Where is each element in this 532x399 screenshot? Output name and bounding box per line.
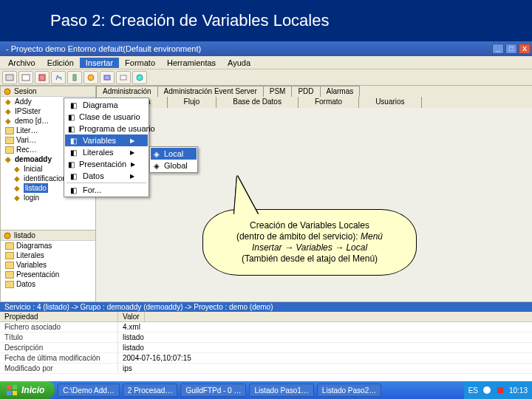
propgrid-col-value: Valor: [118, 312, 145, 321]
svg-rect-11: [13, 385, 17, 389]
tray-lang[interactable]: ES: [468, 386, 478, 395]
slide-title: Paso 2: Creación de Variables Locales: [50, 11, 329, 30]
minimize-button[interactable]: _: [492, 44, 504, 54]
svg-rect-0: [6, 75, 13, 81]
node-icon: ◆: [14, 164, 21, 174]
cog-icon: [4, 88, 11, 95]
toolbar-button[interactable]: [83, 71, 98, 84]
taskbar-item[interactable]: 2 Procesad…: [123, 383, 178, 397]
property-value: listado: [118, 343, 149, 352]
svg-rect-2: [39, 75, 45, 81]
windows-logo-icon: [6, 384, 18, 396]
propgrid-heading: Servicio : 4 (listado) -> Grupo : demoad…: [0, 302, 532, 312]
property-value: 4.xml: [118, 322, 145, 332]
menu-item-presentaci-n[interactable]: ◧Presentación▶: [65, 158, 148, 170]
menu-item-datos[interactable]: ◧Datos▶: [65, 170, 148, 182]
var-icon: ◧: [68, 137, 78, 145]
callout-line: Insertar → Variables → Local: [216, 242, 403, 253]
taskbar-item[interactable]: Listado Paso1…: [249, 383, 313, 397]
folder-icon: [5, 242, 14, 250]
for-icon: ◧: [68, 186, 78, 194]
toolbar-button[interactable]: [51, 71, 66, 84]
property-key: Fichero asociado: [0, 322, 118, 332]
svg-rect-3: [73, 75, 76, 81]
menu-item-programa-de-usuario[interactable]: ◧Programa de usuario: [65, 123, 148, 134]
property-key: Título: [0, 332, 118, 342]
svg-rect-12: [7, 391, 11, 395]
folder-icon: [5, 262, 14, 269]
folder-icon: [5, 146, 14, 154]
tray-icon[interactable]: [482, 386, 491, 395]
node-icon: ◆: [14, 183, 21, 193]
tree-item[interactable]: Diagramas: [1, 241, 95, 250]
toolbar-button[interactable]: [67, 71, 82, 84]
insert-menu-dropdown: ◧Diagrama◧Clase de usuario◧Programa de u…: [64, 98, 149, 197]
taskbar-item[interactable]: Listado Paso2…: [317, 383, 381, 397]
toolbar-button[interactable]: [100, 71, 115, 84]
svg-point-4: [88, 75, 94, 81]
app-window: - Proyecto demo Entorno default(Default …: [0, 41, 532, 381]
toolbar-button[interactable]: [35, 71, 50, 84]
svg-point-7: [137, 75, 143, 81]
menu-edicion[interactable]: Edición: [41, 58, 80, 68]
cog-icon: [4, 232, 11, 239]
property-key: Descripción: [0, 343, 118, 352]
tray-icon[interactable]: [496, 386, 505, 395]
start-button[interactable]: Inicio: [0, 381, 55, 399]
lit-icon: ◧: [68, 149, 78, 157]
program-icon: ◧: [68, 125, 75, 133]
menu-item-variables[interactable]: ◧Variables▶: [65, 134, 148, 146]
menubar: Archivo Edición Insertar Formato Herrami…: [0, 56, 532, 69]
maximize-button[interactable]: □: [505, 44, 517, 54]
menu-item-literales[interactable]: ◧Literales▶: [65, 146, 148, 158]
folder-icon: [5, 127, 14, 134]
property-grid: Servicio : 4 (listado) -> Grupo : demoad…: [0, 301, 532, 381]
menu-item-for-[interactable]: ◧For...: [65, 184, 148, 196]
tree-item[interactable]: Datos: [1, 279, 95, 289]
menu-archivo[interactable]: Archivo: [2, 58, 41, 68]
menu-item-diagrama[interactable]: ◧Diagrama: [65, 99, 148, 111]
tree-item[interactable]: Literales: [1, 250, 95, 260]
menu-ayuda[interactable]: Ayuda: [222, 58, 256, 68]
svg-rect-15: [497, 387, 503, 393]
menu-insertar[interactable]: Insertar: [80, 58, 119, 68]
toolbar-button[interactable]: [116, 71, 131, 84]
property-key: Fecha de última modificación: [0, 353, 118, 363]
folder-icon: [5, 137, 14, 144]
close-button[interactable]: X: [519, 44, 531, 54]
tree-item[interactable]: Presentación: [1, 270, 95, 279]
system-tray: ES 10:13: [464, 381, 532, 399]
node-icon: ◆: [14, 174, 21, 183]
submenu-item-local[interactable]: ◈Local: [151, 148, 197, 160]
svg-rect-6: [120, 75, 126, 80]
svg-point-8: [4, 89, 10, 95]
submenu-item-global[interactable]: ◈Global: [151, 160, 197, 171]
svg-rect-10: [7, 385, 11, 389]
folder-icon: [5, 252, 14, 259]
class-icon: ◧: [68, 113, 75, 121]
toolbar-button[interactable]: [18, 71, 33, 84]
data-icon: ◧: [68, 172, 78, 180]
svg-rect-5: [104, 75, 110, 80]
svg-point-14: [483, 386, 491, 394]
menu-herramientas[interactable]: Herramientas: [161, 58, 222, 68]
local-icon: ◈: [154, 150, 160, 158]
property-key: Modificado por: [0, 364, 118, 373]
global-icon: ◈: [154, 162, 160, 170]
svg-rect-1: [22, 75, 30, 81]
toolbar-button[interactable]: [2, 71, 17, 84]
taskbar-item[interactable]: C:\Demo Add…: [58, 383, 119, 397]
property-row: Modificado porips: [0, 364, 532, 374]
taskbar-item[interactable]: GuildFTPd - 0 …: [180, 383, 246, 397]
node-icon: ◆: [5, 106, 13, 116]
annotation-callout: Creación de Variables Locales (dentro de…: [202, 209, 417, 276]
svg-point-9: [4, 233, 10, 239]
menu-formato[interactable]: Formato: [119, 58, 161, 68]
tree-item[interactable]: Variables: [1, 260, 95, 270]
toolbar-button[interactable]: [132, 71, 147, 84]
callout-line: Creación de Variables Locales: [216, 220, 403, 231]
menu-item-clase-de-usuario[interactable]: ◧Clase de usuario: [65, 111, 148, 123]
toolbar: [0, 69, 532, 86]
callout-line: (dentro de ámbito del servicio): Menú: [216, 231, 403, 242]
property-row: Descripciónlistado: [0, 343, 532, 353]
